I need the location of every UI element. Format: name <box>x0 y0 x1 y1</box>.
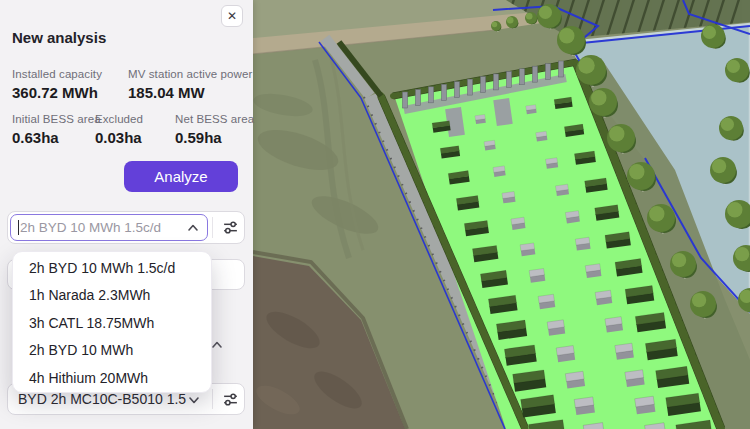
analysis-panel: ✕ New analysis Installed capacity 360.72… <box>0 0 253 429</box>
row-divider <box>212 217 213 238</box>
metric-mv-station-power: MV station active power 185.04 MW <box>128 68 252 101</box>
metric-installed-capacity: Installed capacity 360.72 MWh <box>12 68 102 101</box>
battery-dropdown-list: 2h BYD 10 MWh 1.5c/d 1h Narada 2.3MWh 3h… <box>12 251 212 393</box>
app-window: ✕ New analysis Installed capacity 360.72… <box>0 0 750 429</box>
battery-combo-value: 2h BYD 10 MWh 1.5c/d <box>20 220 185 235</box>
dropdown-option[interactable]: 1h Narada 2.3MWh <box>13 282 211 309</box>
sliders-icon <box>222 219 239 236</box>
map-3d-viewport[interactable] <box>253 0 750 429</box>
dropdown-option[interactable]: 4h Hithium 20MWh <box>13 365 211 392</box>
metric-initial-bess-area: Initial BESS area 0.63ha <box>12 113 101 146</box>
close-button[interactable]: ✕ <box>221 5 243 27</box>
panel-title: New analysis <box>12 29 106 46</box>
chevron-down-icon <box>186 392 202 408</box>
battery-combo-input[interactable]: 2h BYD 10 MWh 1.5c/d <box>10 214 208 241</box>
analyze-button[interactable]: Analyze <box>124 161 238 192</box>
text-caret <box>18 220 19 235</box>
sliders-icon <box>222 391 239 408</box>
battery-combo-row: 2h BYD 10 MWh 1.5c/d <box>7 211 245 244</box>
dropdown-option[interactable]: 2h BYD 10 MWh <box>13 337 211 364</box>
metric-net-bess-area: Net BESS area 0.59ha <box>175 113 254 146</box>
inverter-settings-button[interactable] <box>214 384 246 414</box>
metric-excluded-area: Excluded 0.03ha <box>95 113 143 146</box>
bess-site-map <box>253 0 750 429</box>
chevron-up-icon[interactable] <box>185 220 201 236</box>
row-divider <box>212 389 213 409</box>
close-icon: ✕ <box>227 9 237 23</box>
dropdown-option[interactable]: 2h BYD 10 MWh 1.5c/d <box>13 255 211 282</box>
dropdown-option[interactable]: 3h CATL 18.75MWh <box>13 310 211 337</box>
battery-settings-button[interactable] <box>214 212 246 243</box>
